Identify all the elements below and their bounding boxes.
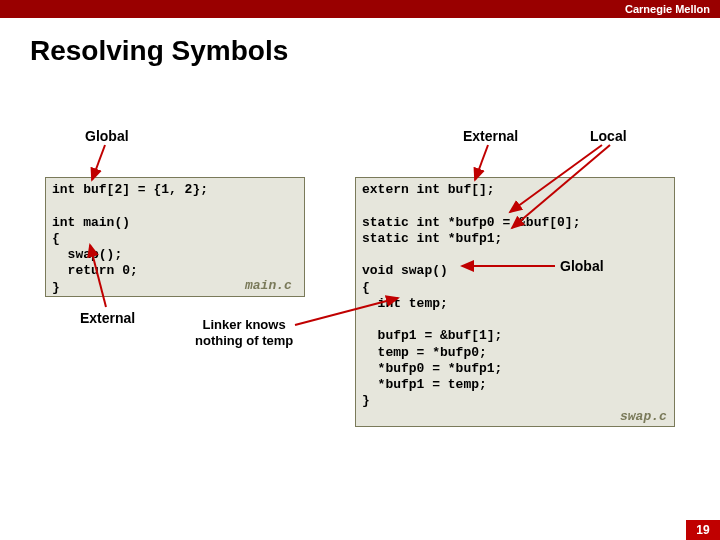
filename-swap: swap.c [620, 409, 667, 424]
top-bar: Carnegie Mellon [0, 0, 720, 18]
page-number: 19 [686, 520, 720, 540]
label-local: Local [590, 128, 627, 144]
svg-line-0 [92, 145, 105, 180]
linker-note: Linker knows nothing of temp [195, 317, 293, 348]
linker-note-line2: nothing of temp [195, 333, 293, 348]
label-external-top: External [463, 128, 518, 144]
label-global-annot: Global [560, 258, 604, 274]
linker-note-line1: Linker knows [203, 317, 286, 332]
slide-title: Resolving Symbols [30, 35, 288, 67]
brand-text: Carnegie Mellon [625, 3, 710, 15]
label-external-bottom: External [80, 310, 135, 326]
code-swap: extern int buf[]; static int *bufp0 = &b… [355, 177, 675, 427]
label-global: Global [85, 128, 129, 144]
filename-main: main.c [245, 278, 292, 293]
svg-line-1 [475, 145, 488, 180]
